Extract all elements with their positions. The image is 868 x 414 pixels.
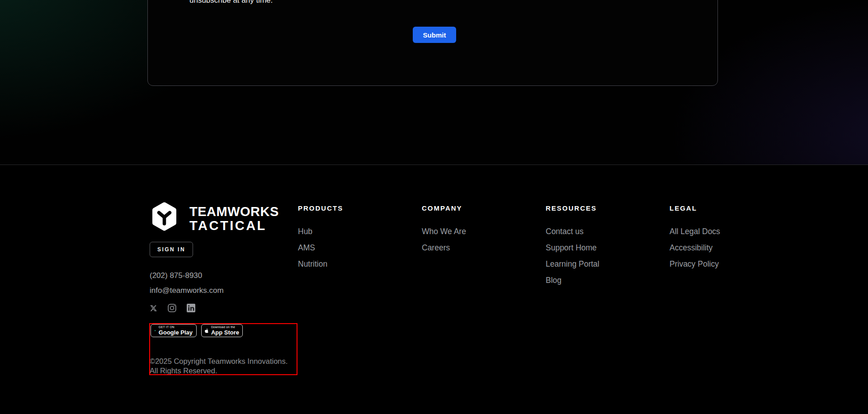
brand-wordmark: TEAMWORKS TACTICAL	[189, 205, 279, 233]
linkedin-social-link[interactable]	[187, 304, 195, 312]
x-social-link[interactable]	[150, 305, 157, 312]
copyright-line2: All Rights Reserved.	[150, 366, 288, 376]
linkedin-icon	[187, 304, 195, 312]
footer-column-heading: RESOURCES	[546, 204, 663, 212]
footer-column-heading: COMPANY	[422, 204, 539, 212]
instagram-icon	[168, 304, 176, 312]
app-store-badge[interactable]: Download on the App Store	[201, 324, 243, 337]
apple-icon	[205, 327, 208, 335]
footer-column-products: PRODUCTS Hub AMS Nutrition	[298, 204, 415, 272]
footer-link-nutrition[interactable]: Nutrition	[298, 256, 415, 272]
x-icon	[150, 305, 157, 312]
brand-name-line2: TACTICAL	[189, 219, 279, 233]
footer-link-accessibility[interactable]: Accessibility	[670, 240, 787, 256]
google-play-badge-top-text: GET IT ON	[159, 326, 193, 329]
footer-column-legal: LEGAL All Legal Docs Accessibility Priva…	[670, 204, 787, 272]
google-play-icon	[155, 326, 156, 335]
email-link[interactable]: info@teamworks.com	[150, 286, 224, 295]
footer-link-ams[interactable]: AMS	[298, 240, 415, 256]
newsletter-card	[147, 0, 718, 86]
footer-link-privacy-policy[interactable]: Privacy Policy	[670, 256, 787, 272]
footer-column-heading: LEGAL	[670, 204, 787, 212]
phone-link[interactable]: (202) 875-8930	[150, 271, 202, 280]
newsletter-section: unsubscribe at any time. Submit	[0, 0, 868, 165]
footer-link-hub[interactable]: Hub	[298, 223, 415, 240]
footer-link-careers[interactable]: Careers	[422, 240, 539, 256]
footer-link-support-home[interactable]: Support Home	[546, 240, 663, 256]
copyright-line1: ©2025 Copyright Teamworks Innovations.	[150, 357, 288, 366]
footer-link-who-we-are[interactable]: Who We Are	[422, 223, 539, 240]
instagram-social-link[interactable]	[168, 304, 176, 312]
brand-name-line1: TEAMWORKS	[189, 205, 279, 219]
app-store-badge-label: App Store	[211, 329, 239, 335]
page: unsubscribe at any time. Submit TEAMWORK…	[0, 0, 868, 414]
footer-link-contact-us[interactable]: Contact us	[546, 223, 663, 240]
google-play-badge[interactable]: GET IT ON Google Play	[151, 324, 197, 337]
social-links	[150, 304, 195, 312]
footer-column-company: COMPANY Who We Are Careers	[422, 204, 539, 256]
footer-column-heading: PRODUCTS	[298, 204, 415, 212]
app-store-badge-top-text: Download on the	[211, 326, 239, 329]
sign-in-button[interactable]: SIGN IN	[150, 242, 193, 257]
brand-logo[interactable]: TEAMWORKS TACTICAL	[152, 202, 279, 233]
copyright-text: ©2025 Copyright Teamworks Innovations. A…	[150, 357, 288, 376]
submit-button[interactable]: Submit	[413, 27, 456, 43]
footer-link-blog[interactable]: Blog	[546, 272, 663, 288]
google-play-badge-label: Google Play	[159, 329, 193, 335]
app-badges: GET IT ON Google Play Download on the Ap…	[151, 324, 243, 337]
teamworks-logo-icon	[152, 202, 176, 231]
unsubscribe-note: unsubscribe at any time.	[189, 0, 273, 5]
footer: TEAMWORKS TACTICAL SIGN IN (202) 875-893…	[0, 165, 868, 414]
footer-link-learning-portal[interactable]: Learning Portal	[546, 256, 663, 272]
footer-link-all-legal-docs[interactable]: All Legal Docs	[670, 223, 787, 240]
footer-column-resources: RESOURCES Contact us Support Home Learni…	[546, 204, 663, 288]
